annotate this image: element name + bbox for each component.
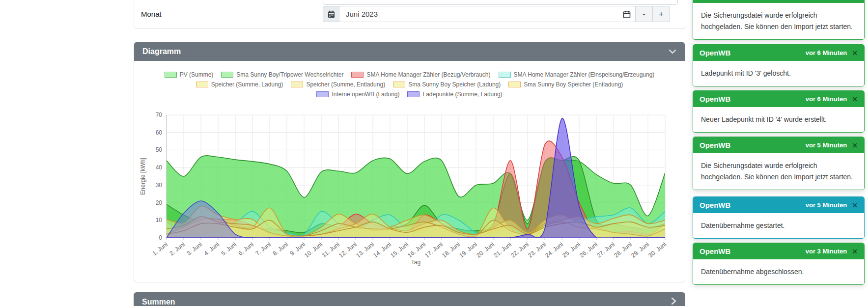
diagram-card-body: 0102030405060701. Juni2. Juni3. Juni4. J… [134,61,685,282]
close-icon[interactable]: ✕ [852,202,858,209]
axis-tick-label: 50 [156,146,163,153]
month-label: Monat [141,6,162,22]
previous-field-partial [323,0,678,5]
axis-tick-label: 17. Juni [423,241,444,259]
toast-title: OpenWB [700,201,730,209]
chart-series [167,118,665,240]
legend-item[interactable]: Speicher (Summe, Entladung) [291,81,385,88]
diagram-card-header[interactable]: Diagramm [134,42,685,61]
toast: OpenWBvor 6 Minuten✕Neuer Ladepunkt mit … [693,90,865,133]
toast: OpenWBvor 6 Minuten✕Ladepunkt mit ID '3'… [693,44,865,86]
axis-tick-label: 27. Juni [595,241,616,259]
openwb-page: Monat - + [0,0,868,306]
legend-swatch [196,82,208,87]
axis-tick-label: 2. Juni [168,241,186,257]
toast: Die Sicherungsdatei wurde erfolgreich ho… [693,0,865,40]
date-picker-icon[interactable] [623,10,631,19]
legend-swatch [221,72,233,78]
toast-title: OpenWB [700,95,730,103]
axis-tick-label: 12. Juni [337,241,358,259]
legend-swatch [291,82,303,87]
axis-tick-label: 20 [156,199,163,206]
month-increment-button[interactable]: + [652,6,670,22]
diagram-title: Diagramm [142,47,181,56]
legend-item[interactable]: Sma Sunny Boy Speicher (Entladung) [508,81,623,88]
legend-item[interactable]: Interne openWB (Ladung) [316,91,399,98]
legend-label: SMA Home Manager Zähler (Einspeisung/Erz… [514,71,655,78]
chevron-right-icon[interactable] [670,297,677,306]
toast-title: OpenWB [700,247,730,255]
toast-body: Datenübernahme gestartet. [693,213,864,238]
toast-body: Ladepunkt mit ID '3' gelöscht. [693,61,864,86]
diagram-card: Diagramm 0102030405060701. Juni2. Juni3.… [134,42,685,282]
legend-item[interactable]: SMA Home Manager Zähler (Bezug/Verbrauch… [351,71,490,78]
legend-row: Interne openWB (Ladung)Ladepunkte (Summe… [134,89,685,99]
axis-tick-label: 40 [156,164,163,171]
close-icon[interactable]: ✕ [852,248,858,255]
axis-tick-label: 30. Juni [647,241,668,259]
toast-body: Datenübernahme abgeschlossen. [693,259,864,284]
axis-tick-label: 8. Juni [271,241,289,257]
legend-swatch [393,82,405,87]
summen-title: Summen [142,298,175,306]
axis-tick-label: 1. Juni [151,241,168,257]
legend-label: Speicher (Summe, Ladung) [211,81,283,88]
legend-label: Interne openWB (Ladung) [332,91,399,98]
toast-body: Die Sicherungsdatei wurde erfolgreich ho… [693,3,864,39]
axis-tick-label: 5. Juni [220,241,237,257]
axis-tick-label: 20. Juni [475,241,496,259]
legend-label: Sma Sunny Boy/Tripower Wechselrichter [236,71,343,78]
axis-tick-label: Tag [411,259,420,266]
axis-tick-label: 11. Juni [321,241,341,258]
close-icon[interactable]: ✕ [852,50,858,56]
summen-card-header[interactable]: Summen [134,292,685,306]
axis-tick-label: 3. Juni [185,241,203,257]
legend-row: PV (Summe)Sma Sunny Boy/Tripower Wechsel… [134,70,685,80]
month-input-group: - + [323,6,670,22]
toast: OpenWBvor 5 Minuten✕Datenübernahme gesta… [693,196,865,239]
axis-tick-label: 10 [156,217,163,223]
toast-timestamp: vor 3 Minuten [806,248,847,255]
toast-title: OpenWB [700,141,730,149]
toast-timestamp: vor 5 Minuten [806,201,847,209]
axis-tick-label: 7. Juni [254,241,272,257]
legend-item[interactable]: Sma Sunny Boy/Tripower Wechselrichter [221,71,343,78]
calendar-addon [323,6,339,22]
toast-timestamp: vor 6 Minuten [806,49,847,56]
axis-tick-label: 14. Juni [372,241,392,259]
axis-tick-label: 26. Juni [578,241,599,259]
toast-header: OpenWBvor 6 Minuten✕ [693,91,864,107]
calendar-icon [328,10,335,18]
legend-item[interactable]: Ladepunkte (Summe, Ladung) [407,91,502,98]
legend-label: Sma Sunny Boy Speicher (Entladung) [524,81,623,88]
legend-item[interactable]: SMA Home Manager Zähler (Einspeisung/Erz… [499,71,655,78]
close-icon[interactable]: ✕ [852,96,858,103]
axis-tick-label: 29. Juni [630,241,650,259]
axis-tick-label: 18. Juni [441,241,461,259]
legend-label: Ladepunkte (Summe, Ladung) [422,91,502,98]
month-input[interactable] [339,6,635,22]
month-decrement-button[interactable]: - [635,6,653,22]
chart-legend: PV (Summe)Sma Sunny Boy/Tripower Wechsel… [134,70,685,99]
toast-header: OpenWBvor 6 Minuten✕ [693,45,864,61]
axis-tick-label: 16. Juni [406,241,427,259]
axis-tick-label: 23. Juni [527,241,547,259]
axis-tick-label: 6. Juni [237,241,254,257]
chevron-down-icon[interactable] [668,48,677,56]
legend-label: Sma Sunny Boy Speicher (Ladung) [408,81,501,88]
legend-row: Speicher (Summe, Ladung)Speicher (Summe,… [134,80,685,89]
legend-item[interactable]: PV (Summe) [165,71,214,78]
legend-item[interactable]: Speicher (Summe, Ladung) [196,81,283,88]
legend-swatch [351,72,364,78]
close-icon[interactable]: ✕ [852,142,858,149]
toast-timestamp: vor 5 Minuten [806,141,847,149]
axis-tick-label: 24. Juni [544,241,564,259]
month-input-wrap [339,6,636,22]
legend-item[interactable]: Sma Sunny Boy Speicher (Ladung) [393,81,501,88]
toast-body: Neuer Ladepunkt mit ID '4' wurde erstell… [693,107,864,132]
legend-swatch [499,72,511,78]
toast: OpenWBvor 5 Minuten✕Die Sicherungsdatei … [693,137,865,190]
axis-tick-label: 10. Juni [303,241,324,259]
axis-tick-label: 19. Juni [458,241,478,259]
axis-tick-label: 30 [156,182,163,189]
